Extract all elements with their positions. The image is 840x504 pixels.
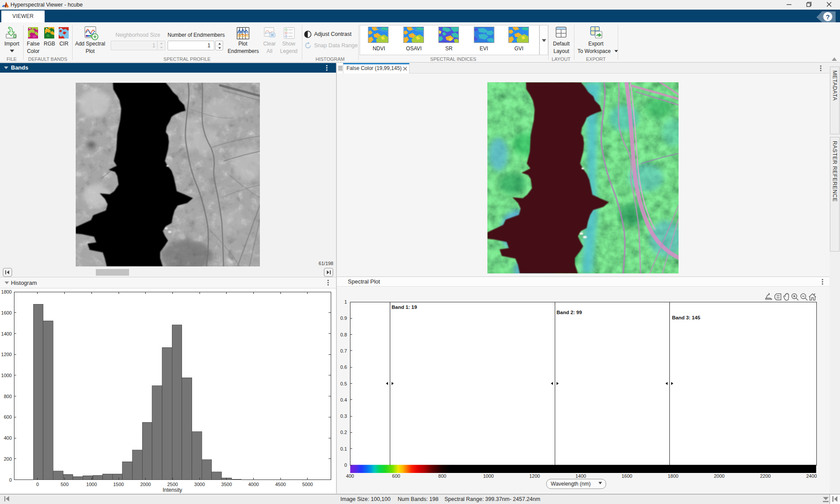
svg-text:600: 600 bbox=[392, 473, 400, 479]
svg-text:1200: 1200 bbox=[529, 473, 540, 479]
svg-text:800: 800 bbox=[4, 394, 12, 399]
svg-text:0.2: 0.2 bbox=[340, 430, 347, 435]
svg-text:1600: 1600 bbox=[622, 473, 632, 479]
svg-text:0.6: 0.6 bbox=[340, 364, 347, 370]
svg-text:0.7: 0.7 bbox=[340, 348, 347, 354]
svg-text:1600: 1600 bbox=[1, 310, 12, 315]
svg-text:1000: 1000 bbox=[86, 482, 97, 487]
svg-text:4500: 4500 bbox=[275, 482, 286, 487]
svg-text:1: 1 bbox=[344, 299, 347, 304]
svg-text:0.5: 0.5 bbox=[340, 381, 347, 386]
svg-text:400: 400 bbox=[346, 473, 354, 479]
svg-text:Band 1: 19: Band 1: 19 bbox=[392, 304, 417, 310]
svg-text:0: 0 bbox=[36, 482, 39, 487]
svg-text:Wavelength (nm): Wavelength (nm) bbox=[551, 481, 591, 487]
svg-text:1000: 1000 bbox=[483, 473, 494, 479]
svg-text:400: 400 bbox=[4, 435, 12, 441]
svg-text:2500: 2500 bbox=[167, 482, 178, 487]
svg-text:1800: 1800 bbox=[1, 289, 12, 294]
svg-text:1800: 1800 bbox=[668, 473, 678, 479]
svg-text:0.4: 0.4 bbox=[340, 397, 347, 402]
svg-text:5000: 5000 bbox=[302, 482, 313, 487]
svg-text:Band 3: 145: Band 3: 145 bbox=[672, 315, 700, 320]
svg-text:Band 2: 99: Band 2: 99 bbox=[556, 310, 582, 315]
svg-text:600: 600 bbox=[4, 414, 12, 420]
svg-text:0.9: 0.9 bbox=[340, 315, 347, 321]
svg-text:0.1: 0.1 bbox=[340, 446, 347, 452]
svg-text:2000: 2000 bbox=[140, 482, 150, 487]
svg-text:0.3: 0.3 bbox=[340, 413, 347, 419]
svg-text:800: 800 bbox=[438, 473, 446, 479]
svg-text:2200: 2200 bbox=[760, 473, 770, 479]
svg-text:1400: 1400 bbox=[1, 331, 12, 336]
svg-text:3500: 3500 bbox=[221, 482, 232, 487]
svg-text:0: 0 bbox=[9, 477, 12, 483]
svg-text:Intensity: Intensity bbox=[163, 487, 182, 493]
svg-text:1500: 1500 bbox=[113, 482, 124, 487]
svg-text:500: 500 bbox=[60, 482, 68, 487]
svg-text:2400: 2400 bbox=[806, 473, 817, 479]
svg-text:1400: 1400 bbox=[575, 473, 586, 479]
svg-text:3000: 3000 bbox=[194, 482, 205, 487]
svg-text:0.8: 0.8 bbox=[340, 332, 347, 337]
svg-text:0: 0 bbox=[344, 462, 347, 468]
svg-text:2000: 2000 bbox=[714, 473, 724, 479]
svg-text:1200: 1200 bbox=[1, 352, 12, 357]
svg-text:200: 200 bbox=[4, 456, 12, 462]
svg-text:4000: 4000 bbox=[248, 482, 259, 487]
svg-text:1000: 1000 bbox=[1, 373, 12, 378]
